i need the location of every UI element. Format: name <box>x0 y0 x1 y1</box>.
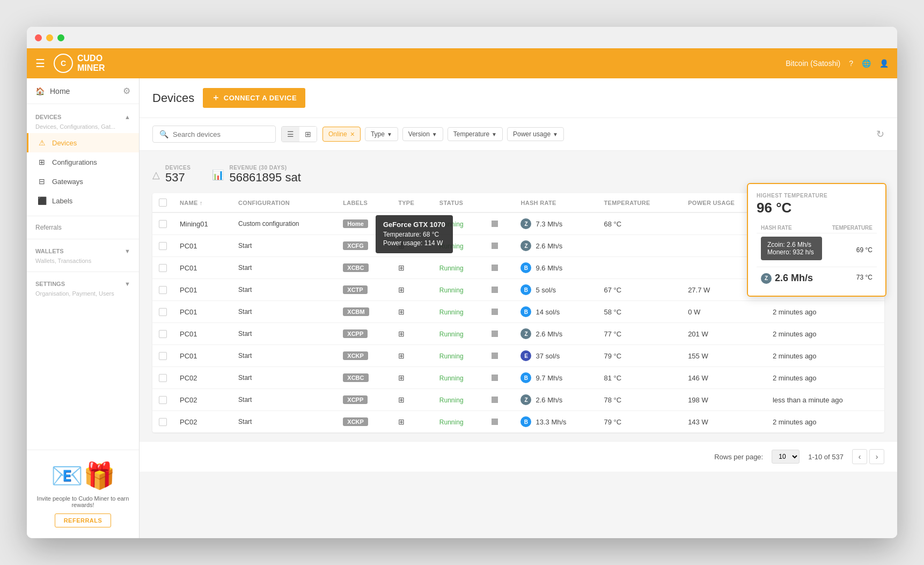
select-all-checkbox[interactable] <box>159 199 167 207</box>
grid-view-button[interactable]: ⊞ <box>299 127 317 142</box>
search-input[interactable] <box>173 130 269 138</box>
account-icon[interactable]: 👤 <box>879 59 889 68</box>
settings-expand-icon[interactable]: ▼ <box>124 281 130 287</box>
row-gpu-6 <box>485 345 514 367</box>
row-checkbox-5[interactable] <box>159 330 167 338</box>
settings-icon[interactable]: ⚙ <box>123 86 130 96</box>
row-status-7: Running <box>433 367 486 389</box>
next-page-button[interactable]: › <box>869 449 884 464</box>
filter-type[interactable]: Type ▼ <box>365 127 398 141</box>
connect-device-button[interactable]: ＋ CONNECT A DEVICE <box>203 88 305 108</box>
wallets-header[interactable]: Wallets ▼ <box>27 244 139 256</box>
temperature-card: HIGHEST TEMPERATURE 96 °C Hash rate Temp… <box>747 183 886 297</box>
row-checkbox-7[interactable] <box>159 374 167 382</box>
row-config-7: Start <box>232 367 336 389</box>
col-name[interactable]: Name ↑ <box>173 193 232 212</box>
sidebar-item-labels[interactable]: ⬛ Labels <box>27 191 139 210</box>
row-checkbox-8[interactable] <box>159 396 167 404</box>
col-configuration[interactable]: Configuration <box>232 193 336 212</box>
filter-online-label: Online <box>328 130 347 138</box>
row-temp-4: 58 °C <box>598 301 682 323</box>
referrals-button[interactable]: REFERRALS <box>55 513 112 527</box>
view-toggle: ☰ ⊞ <box>281 126 317 142</box>
referrals-label[interactable]: Referrals <box>27 221 139 234</box>
stat-devices: △ DEVICES 537 <box>152 165 190 185</box>
row-hashrate-2: B 9.6 Mh/s <box>514 257 597 279</box>
row-temp-1 <box>598 235 682 257</box>
revenue-stat-icon: 📊 <box>212 169 224 181</box>
devices-stat-icon: △ <box>152 169 160 181</box>
sidebar-home[interactable]: 🏠 Home ⚙ <box>27 78 139 104</box>
configurations-icon: ⊞ <box>37 157 47 167</box>
close-btn[interactable] <box>35 34 42 41</box>
labels-icon: ⬛ <box>37 196 47 206</box>
list-view-button[interactable]: ☰ <box>282 127 299 142</box>
sidebar-item-gateways[interactable]: ⊟ Gateways <box>27 172 139 191</box>
row-status-9: Running <box>433 411 486 433</box>
minimize-btn[interactable] <box>46 34 53 41</box>
hash-detail1-sub: Monero: 932 h/s <box>767 248 816 256</box>
row-label-9: XCKP <box>336 411 392 433</box>
row-checkbox-0[interactable] <box>159 220 167 228</box>
row-gpu-4 <box>485 301 514 323</box>
row-checkbox-4[interactable] <box>159 308 167 316</box>
row-power-8: 198 W <box>681 389 766 411</box>
sidebar-item-gateways-label: Gateways <box>52 178 83 186</box>
language-icon[interactable]: 🌐 <box>862 59 871 68</box>
row-name-5: PC01 <box>173 323 232 345</box>
filter-version[interactable]: Version ▼ <box>402 127 443 141</box>
row-gpu-5 <box>485 323 514 345</box>
row-lastseen-8: less than a minute ago <box>766 389 884 411</box>
logo-text: CUDOMINER <box>77 54 105 73</box>
sidebar-item-devices-label: Devices <box>52 139 77 147</box>
windows-icon: ⊞ <box>398 351 405 360</box>
sidebar-item-devices[interactable]: ⚠ Devices <box>27 133 139 152</box>
row-label-7: XCBC <box>336 367 392 389</box>
row-power-4: 0 W <box>681 301 766 323</box>
row-checkbox-1[interactable] <box>159 242 167 250</box>
stat-revenue: 📊 REVENUE (30 DAYS) 56861895 sat <box>212 165 300 185</box>
help-icon[interactable]: ? <box>849 59 853 68</box>
wallets-expand-icon[interactable]: ▼ <box>124 248 130 254</box>
revenue-stat-value: 56861895 sat <box>229 171 300 185</box>
maximize-btn[interactable] <box>57 34 64 41</box>
row-os-8: ⊞ <box>392 389 433 411</box>
row-gpu-1 <box>485 235 514 257</box>
row-lastseen-5: 2 minutes ago <box>766 323 884 345</box>
filter-online-remove[interactable]: × <box>350 130 355 138</box>
row-checkbox-3[interactable] <box>159 286 167 294</box>
tc-temp1: 69 °C <box>826 233 877 267</box>
windows-icon: ⊞ <box>398 417 405 426</box>
row-status-3: Running <box>433 279 486 301</box>
gateways-icon: ⊟ <box>37 177 47 186</box>
sidebar-item-configurations[interactable]: ⊞ Configurations <box>27 152 139 172</box>
devices-stat-value: 537 <box>165 171 190 185</box>
filter-temperature[interactable]: Temperature ▼ <box>448 127 503 141</box>
refresh-button[interactable]: ↻ <box>876 128 884 140</box>
filter-power[interactable]: Power usage ▼ <box>507 127 564 141</box>
row-status-0: Running <box>433 212 486 235</box>
col-labels[interactable]: Labels <box>336 193 392 212</box>
hamburger-icon[interactable]: ☰ <box>35 57 45 70</box>
prev-page-button[interactable]: ‹ <box>852 449 867 464</box>
collapse-icon[interactable]: ▲ <box>124 114 130 120</box>
table-row: PC01 Start XCBM ⊞ Running B 14 sol/s 58 … <box>152 301 884 323</box>
currency-label[interactable]: Bitcoin (Satoshi) <box>786 59 840 68</box>
row-checkbox-6[interactable] <box>159 352 167 360</box>
page-header: Devices ＋ CONNECT A DEVICE <box>140 78 897 118</box>
temp-card-label: HIGHEST TEMPERATURE <box>757 193 877 199</box>
row-lastseen-7: 2 minutes ago <box>766 367 884 389</box>
row-temp-9: 79 °C <box>598 411 682 433</box>
search-box[interactable]: 🔍 <box>152 126 276 143</box>
row-checkbox-9[interactable] <box>159 418 167 426</box>
filter-online[interactable]: Online × <box>322 127 361 142</box>
home-icon: 🏠 <box>35 87 45 96</box>
row-checkbox-2[interactable] <box>159 264 167 272</box>
col-type[interactable]: Type <box>392 193 433 212</box>
tc-temp2: 73 °C <box>826 267 877 288</box>
filter-power-chevron: ▼ <box>553 131 558 137</box>
filter-type-label: Type <box>371 130 385 138</box>
settings-header[interactable]: Settings ▼ <box>27 276 139 289</box>
devices-section-header[interactable]: Devices ▲ <box>27 109 139 122</box>
rows-per-page-select[interactable]: 10 25 50 <box>772 450 800 464</box>
